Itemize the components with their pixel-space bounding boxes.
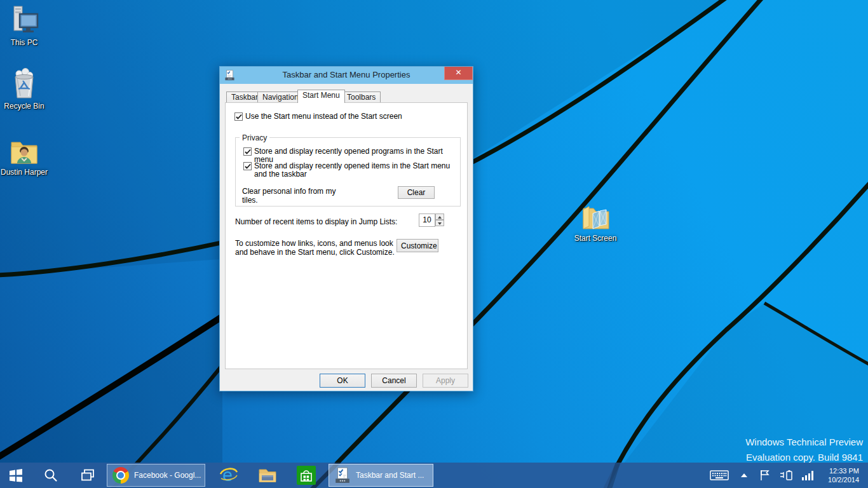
tray-clock-time: 12:33 PM xyxy=(818,466,859,475)
jump-lists-spinner: 10 xyxy=(419,214,444,227)
desktop-icon-label: Start Screen xyxy=(571,234,620,243)
spin-up-button[interactable] xyxy=(435,214,444,220)
desktop-icon-label: Dustin Harper xyxy=(0,168,48,177)
taskbar-properties-icon xyxy=(334,467,351,484)
cancel-button[interactable]: Cancel xyxy=(371,374,417,388)
action-center-button[interactable] xyxy=(754,463,775,488)
desktop-icon-label: Recycle Bin xyxy=(0,102,48,111)
file-explorer-button[interactable] xyxy=(248,463,287,488)
desktop-icon-start-screen[interactable]: Start Screen xyxy=(571,202,620,243)
recycle-bin-icon xyxy=(10,67,39,100)
power-battery-icon xyxy=(779,469,793,482)
chevron-up-icon xyxy=(741,473,747,477)
chrome-task-button[interactable]: Facebook - Googl... xyxy=(107,464,205,487)
tray-clock-date: 10/2/2014 xyxy=(818,475,859,484)
store-button[interactable] xyxy=(287,463,325,488)
windows-logo-icon xyxy=(9,468,23,482)
file-explorer-icon xyxy=(258,467,277,484)
this-pc-icon xyxy=(9,5,39,37)
ok-button[interactable]: OK xyxy=(320,374,365,388)
desktop-icon-label: This PC xyxy=(0,38,48,47)
touch-keyboard-button[interactable] xyxy=(704,463,735,488)
jump-lists-label: Number of recent items to display in Jum… xyxy=(235,217,419,226)
search-button[interactable] xyxy=(32,463,70,488)
check-icon xyxy=(244,163,252,170)
desktop: Windows Technical Preview Evaluation cop… xyxy=(0,0,868,488)
dialog-title: Taskbar and Start Menu Properties xyxy=(220,70,473,79)
taskbar: Facebook - Googl... e xyxy=(0,463,868,488)
clear-tiles-label: Clear personal info from my tiles. xyxy=(242,187,350,205)
network-button[interactable] xyxy=(797,463,818,488)
clear-button[interactable]: Clear xyxy=(398,186,435,199)
store-items-checkbox[interactable] xyxy=(243,162,252,170)
tab-start-menu[interactable]: Start Menu xyxy=(297,90,345,103)
flag-icon xyxy=(758,469,771,482)
jump-lists-value[interactable]: 10 xyxy=(419,214,435,227)
internet-explorer-icon: e xyxy=(219,466,238,485)
search-icon xyxy=(43,468,58,483)
watermark-line1: Windows Technical Preview xyxy=(745,435,863,450)
store-icon xyxy=(296,465,316,485)
touch-keyboard-icon xyxy=(710,469,729,482)
start-button[interactable] xyxy=(0,463,32,488)
tab-navigation[interactable]: Navigation xyxy=(257,92,304,103)
apply-button[interactable]: Apply xyxy=(423,374,468,388)
taskbar-properties-task-button[interactable]: Taskbar and Start ... xyxy=(329,464,433,487)
spin-down-icon xyxy=(438,222,442,225)
store-items-row: Store and display recently opened items … xyxy=(243,162,453,180)
store-programs-row: Store and display recently opened progra… xyxy=(243,147,453,157)
tab-toolbars[interactable]: Toolbars xyxy=(342,92,381,103)
check-icon xyxy=(244,148,252,156)
use-start-menu-row: Use the Start menu instead of the Start … xyxy=(234,112,457,122)
taskbar-properties-task-label: Taskbar and Start ... xyxy=(356,471,424,480)
network-signal-icon xyxy=(801,470,815,480)
use-start-menu-label: Use the Start menu instead of the Start … xyxy=(245,112,402,121)
desktop-icon-dustin-harper[interactable]: Dustin Harper xyxy=(0,137,48,177)
desktop-icon-recycle-bin[interactable]: Recycle Bin xyxy=(0,67,48,111)
start-menu-tab-page: Use the Start menu instead of the Start … xyxy=(225,102,468,369)
privacy-group: Privacy Store and display recently opene… xyxy=(235,137,461,207)
taskbar-properties-dialog: Taskbar and Start Menu Properties ✕ Task… xyxy=(219,66,473,391)
desktop-icon-this-pc[interactable]: This PC xyxy=(0,5,48,47)
power-status-button[interactable] xyxy=(775,463,797,488)
chrome-icon xyxy=(112,467,129,484)
privacy-group-legend: Privacy xyxy=(240,133,269,142)
check-icon xyxy=(235,113,243,121)
internet-explorer-button[interactable]: e xyxy=(210,463,248,488)
spin-down-button[interactable] xyxy=(435,220,444,226)
store-programs-checkbox[interactable] xyxy=(243,147,252,156)
customize-label: To customize how links, icons, and menus… xyxy=(235,239,395,257)
user-folder-icon xyxy=(10,137,39,166)
task-view-icon xyxy=(80,468,95,483)
store-items-label: Store and display recently opened items … xyxy=(254,162,455,179)
build-watermark: Windows Technical Preview Evaluation cop… xyxy=(745,435,863,465)
start-screen-folder-icon xyxy=(580,202,611,233)
wallpaper-beam-through-taskbar xyxy=(607,463,621,488)
tray-clock[interactable]: 12:33 PM 10/2/2014 xyxy=(818,466,859,484)
customize-button[interactable]: Customize xyxy=(397,239,438,252)
close-icon[interactable]: ✕ xyxy=(444,67,473,80)
chrome-task-label: Facebook - Googl... xyxy=(134,471,201,480)
task-view-button[interactable] xyxy=(70,463,105,488)
spin-up-icon xyxy=(438,216,442,219)
show-hidden-icons-button[interactable] xyxy=(735,463,754,488)
use-start-menu-checkbox[interactable] xyxy=(234,112,243,121)
dialog-titlebar[interactable]: Taskbar and Start Menu Properties ✕ xyxy=(220,67,473,84)
